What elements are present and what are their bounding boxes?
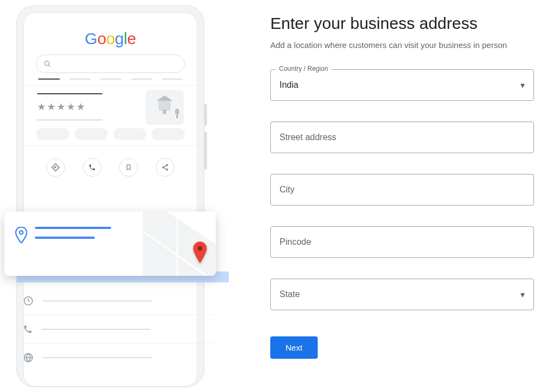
globe-icon	[23, 352, 34, 363]
google-logo: Google	[24, 13, 197, 48]
directions-icon	[46, 158, 65, 177]
tabs-mock	[24, 79, 197, 80]
svg-point-4	[167, 169, 168, 171]
save-icon	[119, 158, 138, 177]
search-bar-mock	[36, 55, 185, 73]
share-icon	[156, 158, 174, 177]
map-preview-mock	[143, 212, 216, 276]
svg-point-8	[198, 246, 203, 251]
svg-point-3	[163, 167, 165, 168]
search-icon	[43, 59, 52, 68]
clock-icon	[23, 295, 34, 306]
chevron-down-icon: ▾	[520, 80, 525, 91]
address-card-mock	[4, 212, 216, 276]
phone-icon	[23, 324, 33, 334]
country-label: Country / Region	[276, 65, 331, 73]
detail-rows-mock	[23, 287, 213, 372]
chevron-down-icon: ▾	[520, 290, 525, 300]
pincode-input[interactable]	[270, 226, 534, 258]
street-address-input[interactable]	[270, 122, 534, 153]
call-icon	[83, 158, 101, 177]
phone-button	[204, 104, 207, 126]
map-pin-icon	[192, 242, 208, 268]
illustration-phone: Google ★★★★★	[0, 0, 229, 392]
country-field: Country / Region India ▾	[270, 69, 534, 101]
page-title: Enter your business address	[270, 14, 534, 33]
next-button[interactable]: Next	[270, 336, 318, 359]
svg-line-6	[164, 168, 167, 170]
location-pin-icon	[15, 227, 27, 247]
svg-point-0	[45, 61, 49, 65]
city-input[interactable]	[270, 174, 534, 206]
country-select[interactable]: India ▾	[270, 69, 534, 101]
page-subtitle: Add a location where customers can visit…	[270, 40, 534, 50]
svg-point-7	[20, 231, 23, 234]
result-card-mock: ★★★★★	[24, 86, 197, 120]
state-select[interactable]: State ▾	[270, 279, 534, 310]
business-thumbnail-mock	[145, 90, 184, 125]
svg-point-2	[167, 165, 168, 166]
svg-line-1	[48, 65, 50, 67]
phone-button	[204, 131, 207, 170]
svg-line-5	[164, 166, 167, 167]
